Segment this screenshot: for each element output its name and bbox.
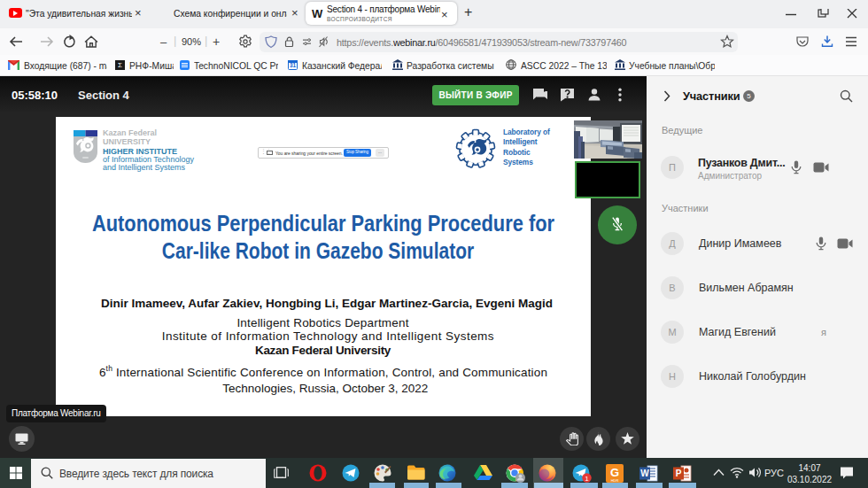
svg-text:W: W [640, 469, 649, 478]
svg-text:P: P [676, 469, 682, 478]
svg-text:1: 1 [585, 475, 589, 483]
